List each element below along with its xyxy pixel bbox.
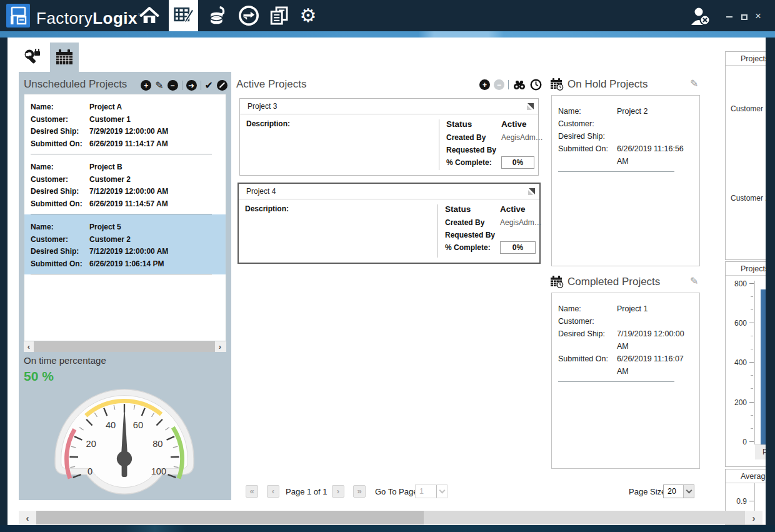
active-project-card-selected[interactable]: Project 4 Description: StatusActive Crea… — [238, 183, 541, 264]
field-label: Name: — [558, 303, 617, 315]
minimize-button[interactable] — [723, 10, 736, 23]
scroll-left-icon[interactable]: ‹ — [19, 511, 36, 524]
planner-grid-pencil-icon[interactable] — [169, 0, 198, 31]
field-label: Name: — [31, 221, 89, 234]
unscheduled-title: Unscheduled Projects — [24, 78, 127, 91]
documents-icon[interactable] — [267, 4, 291, 27]
history-clock-icon[interactable] — [530, 79, 542, 91]
add-active-project-icon[interactable]: + — [479, 79, 490, 90]
project-submitted-on: 6/26/2019 11:16:56 AM — [617, 143, 693, 168]
last-page-button[interactable]: » — [353, 485, 366, 498]
scroll-left-icon[interactable]: ‹ — [24, 341, 34, 352]
gauge-value: 50 % — [24, 369, 54, 384]
field-label: Submitted On: — [31, 258, 89, 271]
card-divider — [439, 119, 439, 170]
scrollbar-thumb[interactable] — [36, 511, 424, 524]
completed-header: Completed Projects — [550, 275, 660, 288]
project-name: Project 5 — [89, 221, 121, 234]
close-button[interactable]: × — [752, 10, 764, 23]
transfer-circle-arrows-icon[interactable] — [237, 4, 261, 27]
status-value: Active — [500, 204, 526, 214]
chart-bar[interactable] — [761, 289, 766, 444]
project-submitted-on: 6/26/2019 11:14:57 AM — [89, 198, 168, 211]
project-customer: Customer 1 — [89, 114, 131, 126]
field-label: Submitted On: — [31, 138, 89, 151]
field-label: Desired Ship: — [558, 130, 617, 143]
edit-completed-icon[interactable]: ✎ — [690, 276, 698, 286]
projects-by-customer-title: Projects B — [726, 52, 766, 66]
on-hold-project-item[interactable]: Name:Project 2 Customer: Desired Ship: S… — [552, 98, 699, 172]
remove-project-icon[interactable]: − — [168, 80, 178, 91]
field-label: Name: — [31, 101, 89, 114]
x-tick-label: P — [762, 448, 766, 456]
y-tick-label: 800 — [726, 279, 747, 288]
main-horizontal-scrollbar[interactable]: ‹ › — [19, 511, 762, 524]
card-body: Description: StatusActive Created ByAegi… — [240, 114, 538, 175]
edit-on-hold-icon[interactable]: ✎ — [690, 79, 698, 89]
goto-page-select[interactable]: 1 — [415, 484, 448, 498]
maximize-button[interactable] — [738, 10, 751, 23]
project-customer: Customer 2 — [89, 174, 131, 186]
field-label: Submitted On: — [31, 198, 89, 211]
expand-card-icon[interactable] — [526, 103, 534, 111]
completed-project-item[interactable]: Name:Project 1 Customer: Desired Ship:7/… — [552, 296, 699, 382]
approve-project-icon[interactable]: ✔ — [205, 79, 213, 91]
page-size-select[interactable]: 20 — [663, 484, 694, 498]
card-title: Project 3 — [248, 102, 277, 111]
y-tick — [749, 501, 754, 501]
user-logout-icon[interactable] — [689, 6, 712, 28]
field-label: Customer: — [31, 234, 89, 246]
svg-text:40: 40 — [106, 420, 116, 430]
field-label: Customer: — [31, 114, 89, 126]
project-name: Project A — [89, 101, 122, 114]
edit-project-icon[interactable]: ✎ — [155, 81, 163, 91]
toolbar-separator — [201, 81, 201, 90]
schedule-project-icon[interactable]: ➜ — [186, 80, 197, 91]
project-desired-ship: 7/29/2019 12:00:00 AM — [89, 126, 168, 138]
created-by-label: Created By — [445, 218, 500, 227]
chevron-down-icon — [683, 485, 694, 498]
y-tick-label: 600 — [726, 319, 747, 328]
field-label: Name: — [31, 161, 89, 174]
search-binoculars-icon[interactable] — [512, 79, 526, 91]
unscheduled-project-item[interactable]: Name:Project B Customer:Customer 2 Desir… — [24, 154, 226, 214]
first-page-button[interactable]: « — [246, 485, 258, 498]
scrollbar-thumb[interactable] — [34, 341, 215, 352]
tab-calendar[interactable] — [50, 43, 79, 72]
active-project-card[interactable]: Project 3 Description: StatusActive Crea… — [239, 98, 539, 176]
scroll-right-icon[interactable]: › — [745, 511, 762, 524]
tab-wrench-lock[interactable] — [20, 45, 46, 71]
unscheduled-project-item[interactable]: Name:Project A Customer:Customer 1 Desir… — [24, 94, 226, 154]
expand-card-icon[interactable] — [528, 188, 536, 196]
remove-active-project-icon[interactable]: − — [494, 79, 504, 90]
category-label: Customer 2 — [731, 194, 766, 203]
status-label: Status — [445, 204, 500, 214]
accent-strip — [0, 31, 775, 38]
chevron-down-icon — [436, 485, 447, 498]
card-header: Project 4 — [239, 184, 539, 199]
settings-gear-icon[interactable]: ⚙ — [296, 4, 320, 27]
field-label: Desired Ship: — [558, 328, 617, 353]
home-icon[interactable] — [138, 4, 161, 27]
y-tick-label: 400 — [726, 358, 747, 367]
brand-text: FactoryLogix™ — [36, 0, 144, 31]
percent-complete-label: % Complete: — [445, 243, 500, 252]
cancel-project-icon[interactable] — [217, 80, 228, 91]
unscheduled-project-item-selected[interactable]: Name:Project 5 Customer:Customer 2 Desir… — [24, 214, 226, 274]
svg-text:100: 100 — [151, 466, 166, 476]
on-time-gauge: 020406080100 — [50, 384, 199, 500]
scroll-right-icon[interactable]: › — [215, 341, 225, 352]
percent-complete-label: % Complete: — [446, 158, 501, 167]
content-sheet: Unscheduled Projects + ✎ − ➜ ✔ Name:Proj… — [8, 38, 766, 525]
project-name: Project B — [89, 161, 122, 174]
y-tick-label: 0.9 — [726, 497, 747, 506]
previous-page-button[interactable]: ‹ — [267, 485, 279, 498]
add-project-icon[interactable]: + — [141, 80, 151, 91]
description-label: Description: — [246, 119, 290, 128]
materials-database-icon[interactable] — [206, 4, 230, 27]
project-desired-ship: 7/12/2019 12:00:00 AM — [89, 246, 168, 258]
next-page-button[interactable]: › — [332, 485, 344, 498]
on-hold-title: On Hold Projects — [568, 78, 648, 91]
field-label: Customer: — [558, 315, 617, 328]
list-horizontal-scrollbar[interactable]: ‹ › — [24, 341, 226, 352]
